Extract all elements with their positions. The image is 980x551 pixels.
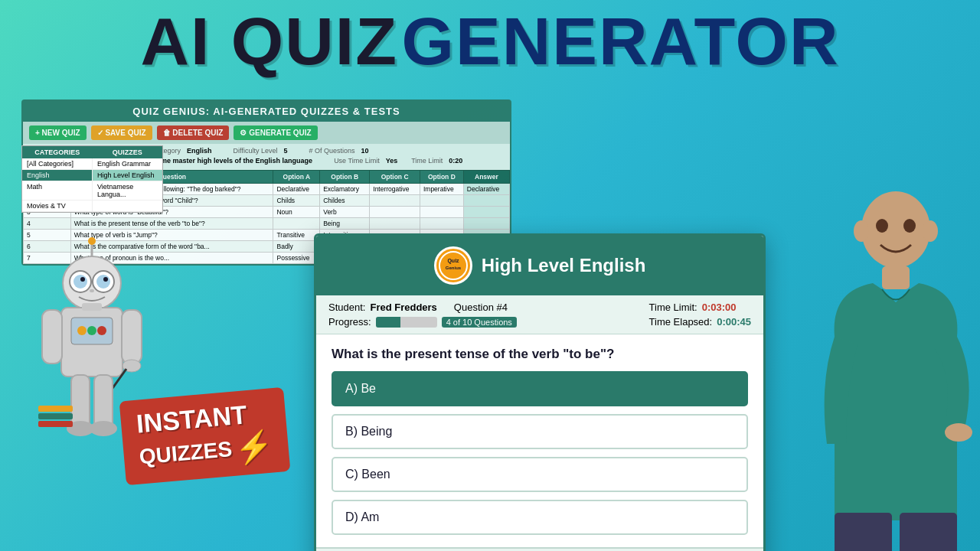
sidebar-quiz[interactable]: Vietnamese Langua... <box>93 181 162 201</box>
option-item-b[interactable]: B) Being <box>332 414 748 449</box>
progress-bar <box>376 317 437 328</box>
svg-point-5 <box>80 277 85 282</box>
svg-point-9 <box>88 237 96 245</box>
difficulty-value: 5 <box>283 147 287 155</box>
table-cell: Badly <box>273 241 320 253</box>
svg-text:Genius: Genius <box>445 266 461 270</box>
quiz-footer: PREV. BACK TO START NEXT <box>316 547 763 551</box>
quiz-panel-title: High Level English <box>482 255 646 276</box>
table-cell: Verb <box>320 207 370 218</box>
table-cell <box>420 207 463 218</box>
time-limit-label: Use Time Limit <box>334 157 380 165</box>
delete-quiz-button[interactable]: 🗑 DELETE QUIZ <box>157 126 230 140</box>
option-item-d[interactable]: D) Am <box>332 500 748 535</box>
sidebar-category[interactable]: Math <box>22 181 93 201</box>
progress-row: Progress: 4 of 10 Questions <box>328 316 517 328</box>
svg-rect-15 <box>82 303 102 311</box>
main-title: AI QUIZ GENERATOR <box>0 0 980 81</box>
col-b: Option B <box>320 171 370 184</box>
options-list: A) BeB) BeingC) BeenD) Am <box>316 371 763 547</box>
save-quiz-button[interactable]: ✓ SAVE QUIZ <box>91 126 152 140</box>
time-limit-value: 0:03:00 <box>702 302 737 313</box>
svg-point-14 <box>97 326 106 335</box>
title-generator: GENERATOR <box>401 3 839 79</box>
table-cell <box>463 218 509 230</box>
sidebar-category[interactable]: English <box>22 170 93 181</box>
table-cell: Transitive <box>273 230 320 241</box>
svg-rect-26 <box>38 421 73 427</box>
sidebar-quiz[interactable]: English Grammar <box>93 158 162 170</box>
table-cell <box>273 218 320 230</box>
svg-rect-24 <box>38 406 73 412</box>
table-cell: Interrogative <box>370 184 420 195</box>
sidebar-row: [All Categories]English Grammar <box>22 158 162 170</box>
svg-point-12 <box>77 326 87 335</box>
svg-rect-16 <box>42 310 62 364</box>
svg-point-3 <box>74 275 87 289</box>
table-cell: Declarative <box>463 184 509 195</box>
svg-rect-17 <box>122 310 142 364</box>
svg-rect-7 <box>90 289 94 292</box>
quiz-manager-header: QUIZ GENIUS: AI-GENERATED QUIZZES & TEST… <box>23 101 510 122</box>
col-a: Option A <box>273 171 320 184</box>
table-cell: Childs <box>273 195 320 207</box>
questions-value: 10 <box>361 147 368 155</box>
svg-rect-37 <box>835 513 892 551</box>
time-limit-label: Time Limit: <box>649 302 697 313</box>
sidebar-quiz[interactable]: High Level English <box>93 170 162 181</box>
new-quiz-button[interactable]: + NEW QUIZ <box>29 126 87 140</box>
sidebar-header: CATEGORIES QUIZZES <box>22 146 162 158</box>
student-label: Student: <box>328 302 365 313</box>
quiz-panel: Quiz Genius High Level English Student: … <box>314 233 766 551</box>
svg-point-36 <box>945 423 972 442</box>
quiz-logo: Quiz Genius <box>434 246 472 285</box>
generate-quiz-button[interactable]: ⚙ GENERATE QUIZ <box>234 126 317 140</box>
instant-quizzes-badge: INSTANT QUIZZES ⚡ <box>119 387 291 485</box>
col-c: Option C <box>370 171 420 184</box>
time-elapsed-row: Time Elapsed: 0:00:45 <box>649 316 751 328</box>
time-elapsed-value: 0:00:45 <box>717 316 751 328</box>
table-cell: Being <box>320 218 370 230</box>
svg-point-23 <box>90 421 117 436</box>
table-cell: Noun <box>273 207 320 218</box>
student-name: Fred Fredders <box>370 302 436 313</box>
svg-point-34 <box>903 219 916 233</box>
sidebar-items: [All Categories]English GrammarEnglishHi… <box>22 158 162 212</box>
svg-rect-21 <box>94 375 113 429</box>
svg-point-13 <box>87 326 96 335</box>
sidebar-quiz[interactable] <box>93 201 162 212</box>
table-cell: Childes <box>320 195 370 207</box>
svg-point-33 <box>876 219 888 233</box>
question-label: Question #4 <box>454 302 508 313</box>
svg-rect-25 <box>38 413 73 419</box>
quiz-info-bar: Student: Fred Fredders Question #4 Progr… <box>316 295 763 334</box>
sidebar-row: MathVietnamese Langua... <box>22 181 162 201</box>
table-cell <box>463 195 509 207</box>
table-cell <box>463 207 509 218</box>
sidebar-col1: CATEGORIES <box>22 146 93 158</box>
questions-label: # Of Questions <box>309 147 354 155</box>
option-item-a[interactable]: A) Be <box>332 371 748 406</box>
time-elapsed-label: Time Elapsed: <box>649 316 713 328</box>
quiz-manager-toolbar: + NEW QUIZ ✓ SAVE QUIZ 🗑 DELETE QUIZ ⚙ G… <box>23 122 510 144</box>
sidebar-panel: CATEGORIES QUIZZES [All Categories]Engli… <box>21 145 163 213</box>
student-row: Student: Fred Fredders Question #4 <box>328 302 517 313</box>
sidebar-category[interactable]: Movies & TV <box>22 201 93 212</box>
info-left: Student: Fred Fredders Question #4 Progr… <box>328 302 517 328</box>
question-text: What is the present tense of the verb "t… <box>316 334 763 371</box>
sidebar-category[interactable]: [All Categories] <box>22 158 93 170</box>
table-cell: Exclamatory <box>320 184 370 195</box>
time-label: Time Limit <box>411 157 443 165</box>
svg-rect-35 <box>882 266 910 289</box>
time-limit-row: Time Limit: 0:03:00 <box>649 302 751 313</box>
table-cell <box>420 218 463 230</box>
sidebar-row: Movies & TV <box>22 201 162 212</box>
sidebar-row: EnglishHigh Level English <box>22 170 162 181</box>
person-figure <box>812 168 980 551</box>
time-value: 0:20 <box>449 157 462 165</box>
option-item-c[interactable]: C) Been <box>332 457 748 492</box>
svg-rect-20 <box>71 375 90 429</box>
svg-text:Quiz: Quiz <box>447 258 459 264</box>
quiz-panel-header: Quiz Genius High Level English <box>316 236 763 295</box>
difficulty-label: Difficulty Level <box>234 147 278 155</box>
